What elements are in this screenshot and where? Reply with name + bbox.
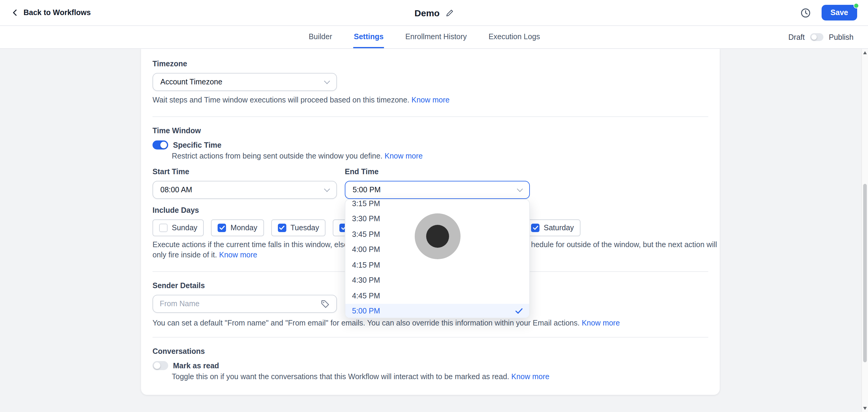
include-days-know-more-link[interactable]: Know more: [219, 251, 257, 259]
conversations-help-text: Toggle this on if you want the conversat…: [172, 373, 509, 381]
option-label: 4:00 PM: [352, 246, 380, 254]
workflow-title-group: Demo: [414, 7, 453, 18]
checkbox-checked-icon: [218, 224, 226, 232]
save-label: Save: [831, 8, 848, 17]
edit-title-icon[interactable]: [446, 9, 454, 17]
scrollbar[interactable]: [861, 49, 868, 412]
days-help-fragment-right: hedule for outside of the window, but th…: [531, 241, 717, 249]
specific-time-label: Specific Time: [173, 141, 221, 149]
back-chevron-icon: [11, 8, 19, 17]
time-window-help: Restrict actions from being sent outside…: [172, 152, 708, 160]
chevron-down-icon: [517, 186, 523, 192]
scrollbar-thumb[interactable]: [863, 184, 867, 362]
tab-settings[interactable]: Settings: [353, 26, 384, 48]
day-pill-sunday[interactable]: Sunday: [153, 219, 204, 236]
tabs: Builder Settings Enrollment History Exec…: [308, 26, 541, 48]
option-label: 4:45 PM: [352, 292, 380, 300]
conversations-help: Toggle this on if you want the conversat…: [172, 373, 708, 381]
start-time-value: 08:00 AM: [160, 186, 192, 194]
tab-execution-logs[interactable]: Execution Logs: [488, 26, 541, 48]
conversations-label: Conversations: [153, 347, 708, 356]
mark-as-read-label: Mark as read: [173, 361, 219, 370]
day-pill-saturday[interactable]: Saturday: [524, 219, 581, 236]
dropdown-option-400pm[interactable]: 4:00 PM: [345, 242, 529, 257]
end-time-select[interactable]: 5:00 PM: [345, 181, 530, 199]
time-window-help-text: Restrict actions from being sent outside…: [172, 152, 382, 160]
sender-help-text: You can set a default "From name" and "F…: [153, 319, 580, 327]
timezone-know-more-link[interactable]: Know more: [411, 96, 450, 104]
end-time-label: End Time: [345, 167, 530, 176]
publish-label: Publish: [829, 33, 854, 41]
chevron-down-icon: [324, 78, 330, 84]
dropdown-option-345pm[interactable]: 3:45 PM: [345, 227, 529, 242]
day-label: Sunday: [172, 224, 197, 232]
days-help-line2: only fire inside of it. Know more: [153, 251, 257, 259]
timezone-help: Wait steps and Time window executions wi…: [153, 96, 708, 104]
unsaved-status-dot: [854, 3, 859, 8]
page: Back to Workflows Demo Save Builder Sett…: [0, 0, 868, 412]
checkbox-checked-icon: [278, 224, 286, 232]
back-label: Back to Workflows: [24, 8, 91, 17]
toggle-knob: [154, 362, 160, 369]
history-icon[interactable]: [801, 7, 811, 18]
tab-builder[interactable]: Builder: [308, 26, 333, 48]
chevron-down-icon: [324, 186, 330, 192]
divider: [153, 337, 708, 338]
sender-know-more-link[interactable]: Know more: [582, 319, 620, 327]
end-time-value: 5:00 PM: [352, 186, 381, 194]
top-bar: Back to Workflows Demo Save: [0, 0, 868, 26]
option-label: 5:00 PM: [352, 307, 380, 316]
divider: [153, 116, 708, 117]
draft-label: Draft: [788, 33, 805, 41]
from-name-field: [153, 295, 337, 313]
tab-enrollment-history[interactable]: Enrollment History: [405, 26, 467, 48]
checkbox-unchecked-icon: [159, 224, 167, 232]
toggle-knob: [160, 141, 167, 148]
workflow-title: Demo: [414, 7, 439, 18]
save-button[interactable]: Save: [822, 5, 857, 21]
days-help-fragment-left: Execute actions if the current time fall…: [153, 241, 370, 249]
scroll-down-arrow[interactable]: [863, 407, 867, 410]
checkbox-checked-icon: [531, 224, 539, 232]
start-time-label: Start Time: [153, 167, 337, 176]
timezone-select[interactable]: Account Timezone: [153, 73, 337, 91]
from-name-input[interactable]: [160, 299, 316, 308]
option-label: 3:15 PM: [352, 199, 380, 208]
publish-toggle[interactable]: [810, 33, 824, 41]
option-label: 3:30 PM: [352, 215, 380, 223]
settings-content: Timezone Account Timezone Wait steps and…: [0, 49, 868, 412]
day-label: Tuesday: [290, 224, 319, 232]
option-label: 4:15 PM: [352, 261, 380, 270]
specific-time-toggle[interactable]: [153, 140, 168, 150]
dropdown-list: 3:15 PM 3:30 PM 3:45 PM 4:00 PM 4:15 PM …: [345, 199, 529, 318]
tabs-bar: Builder Settings Enrollment History Exec…: [0, 26, 868, 49]
end-time-dropdown: 3:15 PM 3:30 PM 3:45 PM 4:00 PM 4:15 PM …: [345, 199, 530, 318]
dropdown-option-445pm[interactable]: 4:45 PM: [345, 288, 529, 304]
sender-help: You can set a default "From name" and "F…: [153, 319, 708, 327]
conversations-know-more-link[interactable]: Know more: [512, 373, 550, 381]
days-help-line2-text: only fire inside of it.: [153, 251, 217, 259]
tag-icon[interactable]: [321, 299, 330, 308]
day-pill-monday[interactable]: Monday: [211, 219, 264, 236]
back-to-workflows-button[interactable]: Back to Workflows: [11, 8, 91, 17]
day-label: Saturday: [544, 224, 574, 232]
dropdown-option-315pm[interactable]: 3:15 PM: [345, 199, 529, 211]
header-right: Save: [801, 5, 857, 21]
publish-controls: Draft Publish: [788, 26, 854, 48]
dropdown-option-415pm[interactable]: 4:15 PM: [345, 257, 529, 273]
start-time-select[interactable]: 08:00 AM: [153, 181, 337, 199]
option-label: 3:45 PM: [352, 230, 380, 239]
scroll-up-arrow[interactable]: [863, 51, 867, 54]
toggle-knob: [811, 34, 817, 40]
mark-as-read-toggle[interactable]: [153, 361, 168, 370]
timezone-label: Timezone: [153, 60, 708, 68]
day-label: Monday: [230, 224, 257, 232]
dropdown-option-430pm[interactable]: 4:30 PM: [345, 273, 529, 288]
dropdown-option-500pm-selected[interactable]: 5:00 PM: [345, 304, 529, 318]
dropdown-option-330pm[interactable]: 3:30 PM: [345, 211, 529, 227]
day-pill-tuesday[interactable]: Tuesday: [271, 219, 326, 236]
time-window-label: Time Window: [153, 127, 708, 135]
time-window-know-more-link[interactable]: Know more: [384, 152, 423, 160]
check-icon: [516, 308, 523, 314]
timezone-value: Account Timezone: [160, 78, 222, 86]
